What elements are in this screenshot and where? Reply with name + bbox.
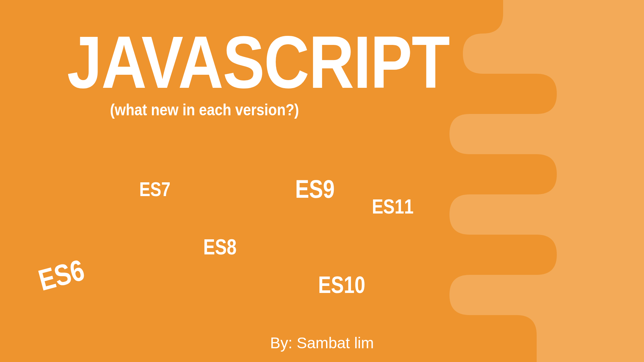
main-title: JAVASCRIPT (67, 20, 449, 105)
version-es6: ES6 (35, 253, 88, 298)
subtitle: (what new in each version?) (110, 101, 299, 119)
version-es8: ES8 (203, 235, 236, 259)
version-es7: ES7 (139, 178, 170, 201)
author-credit: By: Sambat lim (270, 334, 374, 352)
version-es11: ES11 (372, 194, 414, 218)
wave-decoration (436, 0, 644, 362)
version-es9: ES9 (295, 174, 335, 203)
version-es10: ES10 (318, 272, 365, 298)
